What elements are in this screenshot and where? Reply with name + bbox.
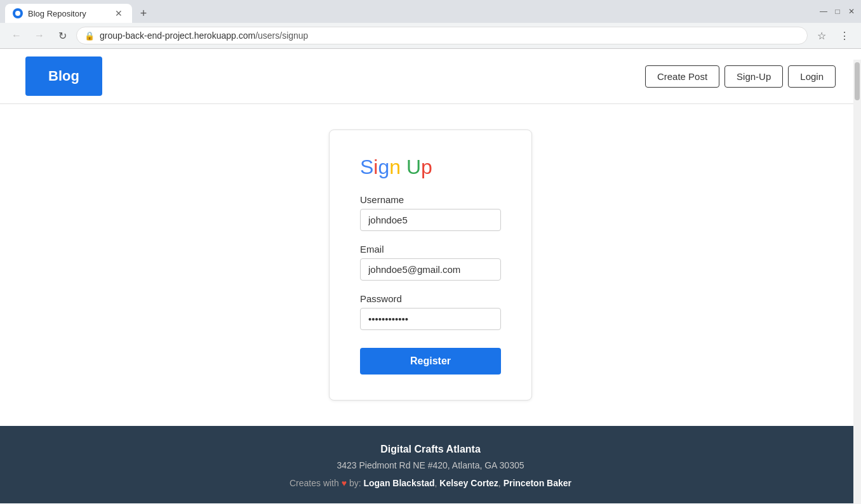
footer: Digital Crafts Atlanta 3423 Piedmont Rd …	[0, 426, 861, 503]
reload-button[interactable]: ↻	[53, 27, 71, 44]
title-letter-g: g	[378, 156, 389, 178]
password-group: Password	[360, 293, 501, 330]
page-content: Blog Create Post Sign-Up Login Sign Up U…	[0, 49, 861, 426]
maximize-button[interactable]: □	[833, 7, 842, 16]
tab-favicon	[13, 8, 23, 18]
create-post-button[interactable]: Create Post	[645, 65, 719, 88]
title-letter-n: n	[389, 156, 401, 178]
blog-logo-button[interactable]: Blog	[25, 56, 102, 96]
title-letter-s: S	[360, 156, 373, 178]
email-group: Email	[360, 244, 501, 281]
bookmark-button[interactable]: ☆	[813, 27, 831, 44]
author3: Princeton Baker	[504, 478, 571, 488]
footer-company: Digital Crafts Atlanta	[13, 444, 848, 455]
scrollbar-thumb[interactable]	[855, 62, 860, 100]
username-label: Username	[360, 194, 501, 205]
footer-address: 3423 Piedmont Rd NE #420, Atlanta, GA 30…	[13, 460, 848, 470]
address-bar: ← → ↻ 🔒 group-back-end-project.herokuapp…	[0, 23, 861, 48]
browser-tab[interactable]: Blog Repository ✕	[5, 4, 132, 23]
username-group: Username	[360, 194, 501, 231]
lock-icon: 🔒	[84, 31, 95, 41]
signup-card: Sign Up Username Email Password Register	[329, 129, 532, 401]
url-domain: group-back-end-project.herokuapp.com	[100, 30, 255, 41]
password-input[interactable]	[360, 308, 501, 330]
minimize-button[interactable]: —	[819, 7, 828, 16]
title-bar: Blog Repository ✕ + — □ ✕	[0, 0, 861, 23]
tab-close-button[interactable]: ✕	[113, 8, 124, 19]
creates-suffix: by:	[349, 478, 361, 488]
navbar: Blog Create Post Sign-Up Login	[0, 49, 861, 104]
author2: Kelsey Cortez	[439, 478, 498, 488]
creates-prefix: Creates with	[290, 478, 339, 488]
main-content: Sign Up Username Email Password Register	[0, 104, 861, 426]
back-button[interactable]: ←	[8, 27, 25, 44]
url-path: /users/signup	[255, 30, 308, 41]
scrollbar-track[interactable]	[853, 60, 861, 503]
new-tab-button[interactable]: +	[135, 4, 152, 22]
heart-icon: ♥	[342, 478, 349, 488]
login-button[interactable]: Login	[788, 65, 836, 88]
tab-title: Blog Repository	[28, 9, 108, 18]
password-label: Password	[360, 293, 501, 304]
register-button[interactable]: Register	[360, 348, 501, 375]
sign-up-button[interactable]: Sign-Up	[724, 65, 783, 88]
footer-creates: Creates with ♥ by: Logan Blackstad, Kels…	[13, 478, 848, 488]
forward-button[interactable]: →	[30, 27, 48, 44]
url-bar[interactable]: 🔒 group-back-end-project.herokuapp.com/u…	[76, 27, 808, 44]
email-label: Email	[360, 244, 501, 255]
author1: Logan Blackstad	[363, 478, 434, 488]
username-input[interactable]	[360, 209, 501, 231]
title-letter-U: U	[406, 156, 421, 178]
title-letter-p: p	[421, 156, 432, 178]
window-controls: — □ ✕	[819, 7, 856, 20]
signup-title: Sign Up	[360, 156, 501, 179]
close-window-button[interactable]: ✕	[847, 7, 856, 16]
email-input[interactable]	[360, 258, 501, 281]
url-text: group-back-end-project.herokuapp.com/use…	[100, 30, 799, 41]
browser-menu-button[interactable]: ⋮	[836, 27, 853, 44]
nav-buttons: Create Post Sign-Up Login	[645, 65, 836, 88]
